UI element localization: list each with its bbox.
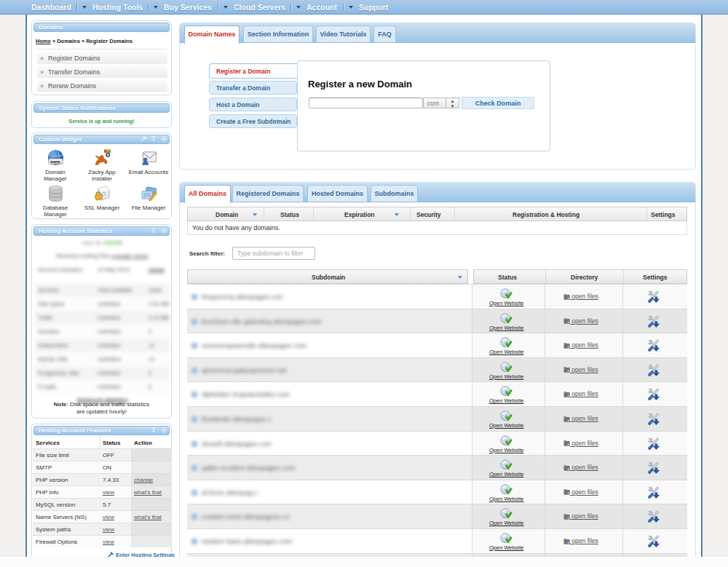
svg-text:www.: www.	[50, 159, 61, 164]
